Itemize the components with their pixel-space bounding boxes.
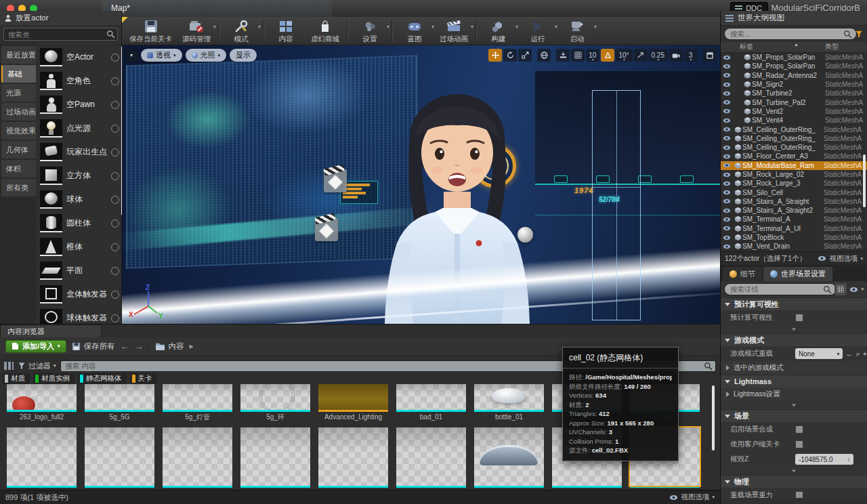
filter-chip-关卡[interactable]: 关卡 (130, 373, 157, 384)
number-field-摧毁Z[interactable]: -1048575.0↕ (795, 454, 853, 465)
toolbar-button-modes[interactable]: 模式▾ (221, 18, 261, 45)
checkbox[interactable] (795, 491, 803, 498)
outliner-view-options[interactable]: 视图选项▾ (818, 254, 863, 264)
place-actor-item[interactable]: 椎体 (40, 235, 119, 259)
property-matrix-button[interactable] (834, 283, 847, 295)
grid-snap-button[interactable] (571, 49, 585, 62)
place-actor-item[interactable]: 空角色 (40, 69, 119, 93)
section-header[interactable]: Lightmass (721, 375, 867, 387)
toolbar-button-play[interactable]: 运行▾ (518, 18, 557, 45)
world-local-toggle[interactable] (537, 49, 551, 62)
checkbox[interactable] (795, 425, 803, 434)
visibility-eye-icon[interactable] (721, 72, 733, 78)
asset-card[interactable]: bottle_01 (474, 384, 544, 422)
outliner-row[interactable]: SM_Silo_CellStaticMeshA (721, 188, 867, 196)
visibility-eye-icon[interactable] (721, 82, 733, 87)
category-几何体[interactable]: 几何体 (1, 141, 36, 159)
category-过场动画[interactable]: 过场动画 (1, 103, 36, 121)
outliner-row[interactable]: SM_Radar_Antenna2StaticMeshA (721, 71, 867, 80)
camera-speed-button[interactable] (669, 49, 683, 62)
category-光源[interactable]: 光源 (1, 84, 36, 102)
filter-chip-材质实例[interactable]: 材质实例 (33, 373, 75, 384)
add-new-icon[interactable]: + (863, 350, 867, 358)
category-视觉效果[interactable]: 视觉效果 (1, 122, 36, 140)
back-button[interactable]: ← (121, 341, 129, 352)
rotation-snap-value[interactable]: 10° (616, 49, 632, 62)
outliner-row[interactable]: SM_Sign2StaticMeshA (721, 80, 867, 89)
outliner-row[interactable]: SM_Stairs_A_Straight2StaticMeshA (721, 206, 867, 215)
dropdown-caret-icon[interactable]: ▾ (213, 24, 216, 30)
filter-chip-材质[interactable]: 材质 (3, 373, 30, 384)
visibility-eye-icon[interactable] (721, 217, 733, 222)
outliner-row[interactable]: SM_Turbine_Pal2StaticMeshA (721, 98, 867, 106)
dropdown-caret-icon[interactable]: ▾ (594, 24, 597, 30)
level-tab[interactable]: Map* (102, 0, 332, 17)
scale-snap-value[interactable]: 0.25 (649, 49, 668, 62)
visibility-eye-icon[interactable] (721, 235, 733, 240)
place-actor-item[interactable]: 立方体 (40, 164, 119, 188)
toolbar-button-build[interactable]: 构建▾ (479, 18, 518, 45)
outliner-row[interactable]: SM_Vent_DrainStaticMeshA (721, 242, 867, 251)
place-actor-item[interactable]: 玩家出生点 (40, 140, 119, 164)
camera-speed-value[interactable]: 3 (684, 49, 698, 62)
drag-handle-icon[interactable] (111, 314, 119, 322)
sequencer-sprite[interactable] (324, 169, 347, 192)
section-header[interactable]: 游戏模式 (721, 333, 867, 346)
drag-handle-icon[interactable] (111, 243, 119, 251)
category-最近放置[interactable]: 最近放置 (1, 46, 36, 64)
add-import-button[interactable]: 添加/导入▾ (5, 340, 66, 353)
section-expander[interactable] (721, 401, 867, 409)
outliner-scrollbar[interactable] (863, 154, 866, 207)
detail-group-Lightmass设置[interactable]: Lightmass设置 (721, 387, 867, 401)
dropdown-caret-icon[interactable]: ▾ (258, 24, 261, 30)
place-actor-item[interactable]: 平面 (40, 259, 119, 282)
content-scrollbar[interactable] (712, 385, 715, 450)
sequencer-sprite[interactable] (315, 218, 338, 241)
visibility-eye-icon[interactable] (721, 198, 733, 204)
visibility-eye-icon[interactable] (721, 181, 733, 186)
breadcrumb-caret[interactable]: ▶ (190, 343, 194, 350)
drag-handle-icon[interactable] (111, 148, 119, 156)
outliner-row[interactable]: SM_Props_SolarPanStaticMeshA (721, 53, 867, 62)
asset-card[interactable] (318, 427, 388, 488)
dropdown-caret-icon[interactable]: ▾ (387, 24, 389, 30)
browse-icon[interactable]: ⌕ (855, 350, 860, 358)
toolbar-button-content[interactable]: 内容 (266, 18, 305, 45)
lit-mode-button[interactable]: 光照▾ (186, 49, 227, 62)
category-基础[interactable]: 基础 (1, 65, 36, 83)
outliner-row[interactable]: SM_Ceiling_OuterRing_StaticMeshA (721, 143, 867, 152)
move-tool-button[interactable] (488, 49, 502, 62)
visibility-eye-icon[interactable] (721, 108, 733, 114)
visibility-eye-icon[interactable] (721, 172, 733, 177)
outliner-row[interactable]: SM_Rock_Large_3StaticMeshA (721, 179, 867, 188)
detail-group-选中的游戏模式[interactable]: 选中的游戏模式 (721, 361, 867, 375)
drag-handle-icon[interactable] (111, 172, 119, 180)
details-view-options[interactable]: ▾ (849, 287, 864, 293)
outliner-row[interactable]: SM_ModularBase_RamStaticMeshA (721, 161, 867, 170)
visibility-eye-icon[interactable] (721, 118, 733, 123)
visibility-eye-icon[interactable] (721, 190, 733, 195)
place-actor-item[interactable]: 空Pawn (40, 93, 119, 117)
drag-handle-icon[interactable] (111, 54, 119, 62)
section-header[interactable]: 预计算可视性 (721, 297, 867, 310)
drag-handle-icon[interactable] (111, 196, 119, 204)
drag-handle-icon[interactable] (111, 77, 119, 85)
visibility-eye-icon[interactable] (721, 163, 733, 168)
outliner-row[interactable]: SM_Floor_Center_A3StaticMeshA (721, 152, 867, 161)
grid-snap-value[interactable]: 10 (586, 49, 599, 62)
drag-handle-icon[interactable] (111, 219, 119, 228)
visibility-eye-icon[interactable] (721, 154, 733, 159)
place-actor-item[interactable]: 空Actor (40, 45, 119, 69)
column-type[interactable]: 类型 (825, 42, 867, 52)
drag-handle-icon[interactable] (111, 267, 119, 275)
outliner-row[interactable]: SM_Stairs_A_StraightStaticMeshA (721, 197, 867, 206)
visibility-eye-icon[interactable] (721, 100, 733, 105)
outliner-search-input[interactable] (724, 28, 857, 40)
place-actor-item[interactable]: 盒体触发器 (40, 282, 119, 306)
breadcrumb[interactable]: 内容 (155, 341, 184, 352)
section-header[interactable]: 物理 (721, 475, 867, 488)
spinner-icon[interactable]: ↕ (847, 456, 851, 463)
outliner-row[interactable]: SM_Rock_Large_02StaticMeshA (721, 170, 867, 179)
visibility-eye-icon[interactable] (721, 244, 733, 249)
drag-handle-icon[interactable] (111, 291, 119, 299)
